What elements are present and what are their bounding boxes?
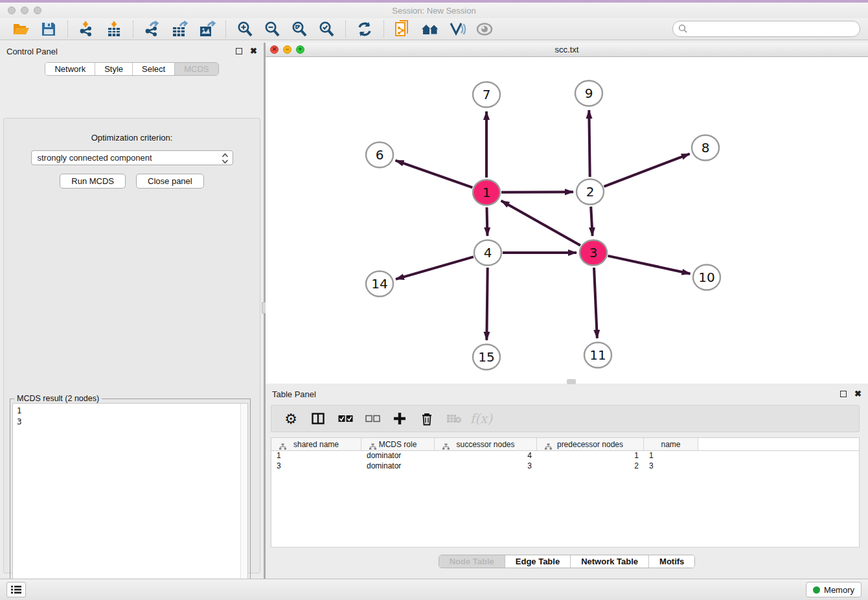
graph-node-11[interactable]: 11 (584, 343, 611, 368)
tab-network[interactable]: Network (45, 63, 95, 75)
close-panel-button[interactable]: Close panel (136, 174, 204, 189)
float-table-panel-icon[interactable] (840, 391, 847, 397)
column-layout-icon[interactable] (309, 413, 327, 424)
export-image-icon[interactable] (197, 20, 216, 38)
tab-style[interactable]: Style (95, 63, 132, 75)
open-file-icon[interactable] (12, 20, 31, 38)
zoom-selected-icon[interactable] (317, 20, 336, 38)
graph-node-2[interactable]: 2 (577, 179, 604, 205)
graph-node-4[interactable]: 4 (474, 240, 501, 266)
table-cell[interactable]: 3 (271, 461, 361, 472)
zoom-fit-icon[interactable] (290, 20, 309, 38)
edge-3-10[interactable] (608, 256, 690, 274)
edge-3-1[interactable] (501, 201, 580, 246)
graph-node-8[interactable]: 8 (692, 135, 719, 161)
edge-4-14[interactable] (396, 257, 474, 279)
table-tab-motifs[interactable]: Motifs (648, 555, 694, 568)
table-row[interactable]: 3dominator323 (271, 461, 859, 472)
table-row[interactable]: 1dominator411 (271, 451, 859, 461)
network-window-controls[interactable]: ✕ − + (270, 45, 304, 54)
edge-1-6[interactable] (396, 161, 473, 188)
new-network-from-selection-icon[interactable] (393, 20, 413, 38)
graph-node-6[interactable]: 6 (366, 143, 393, 168)
column-header-name[interactable]: name (644, 438, 698, 450)
node-table[interactable]: shared nameMCDS rolesuccessor nodesprede… (271, 437, 860, 548)
graph-node-10[interactable]: 10 (693, 265, 720, 290)
deselect-all-columns-icon[interactable] (363, 415, 382, 422)
table-settings-icon[interactable]: ⚙ (282, 411, 300, 427)
apply-layout-icon[interactable] (355, 20, 374, 38)
search-input[interactable] (672, 21, 860, 37)
status-bar: Memory (0, 579, 868, 600)
close-window-button[interactable] (8, 6, 16, 14)
table-cell[interactable]: 1 (537, 451, 644, 461)
select-all-columns-icon[interactable] (336, 415, 354, 422)
table-cell[interactable]: dominator (361, 461, 435, 472)
import-table-icon[interactable] (104, 20, 124, 38)
close-panel-icon[interactable]: ✖ (250, 48, 257, 54)
float-panel-icon[interactable] (236, 48, 242, 54)
column-header-MCDS-role[interactable]: MCDS role (361, 438, 435, 450)
table-tab-node-table[interactable]: Node Table (439, 555, 505, 568)
edge-2-8[interactable] (604, 154, 689, 187)
function-builder-icon: f(x) (472, 411, 490, 426)
import-network-icon[interactable] (77, 20, 97, 38)
graph-node-7[interactable]: 7 (473, 82, 500, 108)
graph-node-3[interactable]: 3 (580, 240, 607, 266)
table-tab-edge-table[interactable]: Edge Table (505, 555, 570, 568)
result-scrollbar[interactable] (240, 404, 247, 600)
edge-1-4[interactable] (486, 207, 487, 236)
optimization-criterion-select[interactable]: strongly connected component (31, 150, 233, 165)
tab-select[interactable]: Select (132, 63, 174, 75)
network-canvas[interactable]: 7968124314101511 (266, 57, 868, 383)
close-view-button[interactable]: ✕ (270, 45, 279, 54)
task-history-button[interactable] (6, 582, 26, 597)
edge-3-11[interactable] (594, 268, 597, 338)
svg-text:7: 7 (483, 87, 491, 102)
table-cell[interactable]: 1 (271, 451, 361, 461)
svg-text:9: 9 (585, 86, 593, 101)
mcds-result-box[interactable]: 1 3 (12, 403, 248, 600)
edge-2-3[interactable] (591, 207, 592, 236)
table-cell[interactable]: 4 (435, 451, 537, 461)
edge-4-15[interactable] (486, 268, 487, 340)
minimize-view-button[interactable]: − (283, 45, 291, 54)
window-controls[interactable] (8, 6, 41, 14)
graph-node-15[interactable]: 15 (473, 345, 500, 370)
zoom-window-button[interactable] (34, 6, 41, 14)
table-cell[interactable]: 3 (644, 461, 698, 472)
memory-button[interactable]: Memory (806, 582, 862, 597)
column-header-shared-name[interactable]: shared name (271, 438, 361, 450)
zoom-out-icon[interactable] (262, 20, 282, 38)
export-network-icon[interactable] (143, 20, 162, 38)
maximize-view-button[interactable]: + (296, 45, 304, 54)
minimize-window-button[interactable] (21, 6, 29, 14)
edge-1-2[interactable] (501, 192, 573, 192)
graph-node-9[interactable]: 9 (575, 81, 602, 106)
first-neighbors-icon[interactable] (420, 20, 440, 38)
add-column-icon[interactable] (391, 412, 409, 425)
graph-node-14[interactable]: 14 (366, 271, 393, 297)
save-session-icon[interactable] (39, 20, 58, 38)
show-all-icon[interactable] (475, 20, 494, 38)
table-cell[interactable]: dominator (361, 451, 435, 461)
table-cell[interactable]: 2 (537, 461, 644, 472)
graph-node-1[interactable]: 1 (473, 180, 500, 205)
delete-column-icon[interactable] (418, 412, 436, 426)
network-window-titlebar[interactable]: ✕ − + scc.txt (266, 43, 868, 57)
column-header-label: predecessor nodes (557, 440, 623, 449)
export-table-icon[interactable] (170, 20, 189, 38)
table-tab-network-table[interactable]: Network Table (570, 555, 648, 568)
hide-selected-icon[interactable] (448, 20, 467, 38)
table-cell[interactable]: 1 (644, 451, 698, 461)
zoom-in-icon[interactable] (235, 20, 255, 38)
run-mcds-button[interactable]: Run MCDS (60, 174, 126, 189)
column-header-successor-nodes[interactable]: successor nodes (435, 438, 537, 450)
svg-text:3: 3 (589, 245, 598, 260)
close-table-panel-icon[interactable]: ✖ (854, 391, 862, 397)
edge-2-9[interactable] (589, 110, 589, 177)
horizontal-splitter-grip[interactable] (567, 379, 576, 384)
column-header-predecessor-nodes[interactable]: predecessor nodes (537, 438, 644, 450)
table-cell[interactable]: 3 (435, 461, 537, 472)
tab-mcds[interactable]: MCDS (174, 63, 218, 75)
